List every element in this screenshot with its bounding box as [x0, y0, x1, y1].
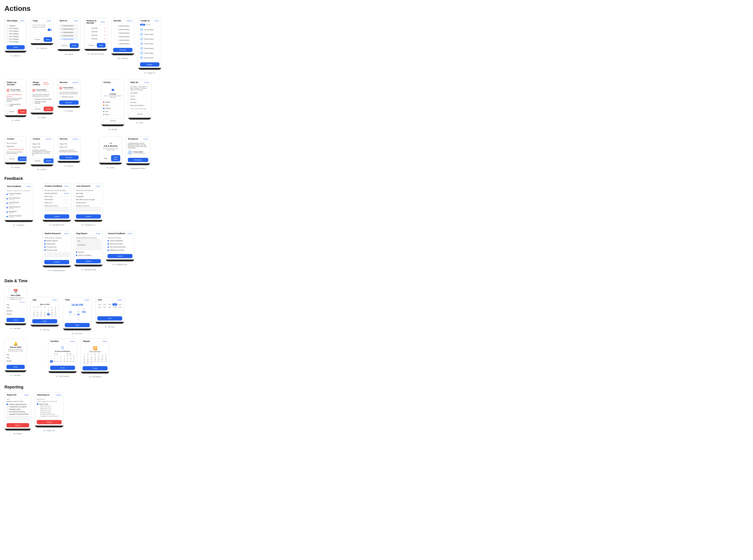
rep-date[interactable]: 27 — [101, 360, 104, 362]
min-val-selected[interactable]: 00 — [77, 313, 80, 316]
pf-comment-input[interactable] — [44, 207, 69, 212]
priority-cancel-button[interactable]: Cancel — [103, 118, 122, 123]
cal-date[interactable]: 13 — [39, 312, 43, 313]
mute-option[interactable]: 1 Hour — [130, 95, 150, 98]
rep-date[interactable]: 8 — [83, 357, 86, 359]
move-item-selected[interactable]: ≡CollectionName — [59, 38, 79, 41]
mute-option[interactable]: 15 minutes — [130, 92, 150, 95]
feedback-option[interactable]: User Researchfeedback — [6, 201, 32, 205]
clear-all-link[interactable]: Clear All — [6, 301, 25, 303]
min-val[interactable]: 58 — [77, 308, 79, 310]
cal-date[interactable]: 10 — [54, 310, 57, 312]
mute-option[interactable]: 24 Hours — [130, 101, 150, 104]
min-val[interactable]: 02 — [77, 319, 79, 321]
rep-date[interactable]: 19 — [97, 359, 100, 360]
cal-date[interactable] — [32, 308, 36, 310]
cal-date[interactable]: 24 — [54, 313, 57, 315]
cal-date[interactable]: 3 — [54, 308, 57, 310]
rep-date[interactable]: 24 — [90, 360, 93, 362]
gf-close[interactable]: Close — [127, 233, 132, 235]
checkbox[interactable] — [6, 25, 8, 26]
dur-min-val[interactable]: 40 — [72, 358, 75, 360]
alert-field-day[interactable]: Day› — [6, 353, 25, 356]
dur-min-val[interactable]: 15 — [69, 355, 72, 357]
cal-date[interactable]: 19 — [36, 313, 39, 315]
copy-toggle[interactable] — [48, 29, 52, 31]
checkbox[interactable] — [59, 96, 61, 98]
dur-min-val[interactable]: 10 — [66, 355, 69, 357]
report-close[interactable]: Close — [24, 394, 29, 396]
date-field-time[interactable]: Time› — [6, 306, 25, 309]
feedback-option[interactable]: Product Feedbackfeedback — [6, 192, 32, 197]
rep-date[interactable]: 16 — [86, 359, 90, 360]
year-val[interactable]: 2029 — [113, 306, 117, 308]
priority-none-item[interactable]: None — [103, 113, 122, 116]
move-item[interactable]: ≡CollectionName — [59, 24, 79, 27]
report-on-cancel[interactable]: Cancel — [56, 394, 61, 396]
rep-date[interactable]: 22 — [83, 360, 86, 362]
rep-date[interactable]: 25 — [93, 360, 97, 362]
mr-close[interactable]: Close — [64, 233, 69, 235]
feedback-option[interactable]: Market Researchfeedback — [6, 205, 32, 210]
rep-date[interactable]: 23 — [86, 360, 90, 362]
priority-high-item[interactable]: Highest — [103, 101, 122, 104]
rep-date[interactable]: 13 — [101, 357, 104, 359]
cal-date[interactable] — [43, 308, 46, 310]
rep-date[interactable]: 1 — [83, 355, 86, 357]
rep-date[interactable]: 15 — [83, 359, 86, 360]
dur-val[interactable]: 4 — [59, 355, 62, 357]
rep-date[interactable]: 28 — [104, 360, 107, 362]
rep-date[interactable]: 29 — [83, 362, 86, 364]
year-val-selected[interactable]: 2024 — [113, 303, 117, 306]
cal-date[interactable]: 21 — [43, 313, 46, 315]
cal-date[interactable]: 12 — [36, 312, 39, 313]
rep-date[interactable]: 2 — [86, 355, 90, 357]
hour-val[interactable]: 9 — [70, 308, 71, 310]
move-to-close[interactable]: Close — [74, 20, 78, 22]
recover-button[interactable]: Recover — [59, 100, 79, 105]
cal-date[interactable] — [39, 308, 43, 310]
get-alert-done-button[interactable]: Done — [6, 365, 25, 369]
set-time-done-button[interactable]: None — [65, 323, 90, 327]
cal-date[interactable]: 28 — [43, 315, 46, 317]
cal-date[interactable]: 7 — [43, 310, 46, 312]
report-option[interactable]: Ready to go/things going — [6, 403, 29, 405]
set-day-done-button[interactable]: Done — [32, 319, 57, 323]
dur-val[interactable]: 1 — [50, 355, 53, 357]
set-year-pick-button[interactable]: Pick — [97, 316, 122, 321]
feedback-option[interactable]: Bug Reportfeedback — [6, 210, 32, 214]
dur-min-val[interactable]: 20 — [72, 355, 75, 357]
year-val[interactable]: 2025 — [118, 303, 122, 306]
give-feedback-close[interactable]: Close — [26, 185, 31, 187]
rr-cancel-button[interactable]: Cancel — [86, 43, 96, 48]
cal-date[interactable]: 15 — [47, 312, 50, 313]
copy-save-button[interactable]: Save — [44, 37, 52, 42]
reorder-button[interactable]: Reorder — [113, 48, 133, 52]
br-desc-input[interactable]: Description — [76, 243, 101, 250]
cal-date[interactable]: 11 — [32, 312, 36, 313]
remove-reorder-close[interactable]: Close — [101, 21, 105, 23]
gf-submit-button[interactable]: Submit — [107, 254, 133, 258]
year-val[interactable]: 2028 — [107, 306, 112, 308]
archive2-cancel[interactable]: Cancel — [46, 138, 51, 140]
feedback-option[interactable]: User Experiencefeedback — [6, 197, 32, 201]
br-title-input[interactable]: Title — [76, 239, 101, 243]
dur-val[interactable]: 5 — [50, 358, 53, 360]
assign-tab-group[interactable]: Group — [146, 24, 150, 26]
cal-date[interactable]: 20 — [39, 313, 43, 315]
set-rep-done-button[interactable]: Done — [83, 366, 107, 371]
set-year-close[interactable]: Close — [117, 299, 122, 301]
mute-option[interactable]: 8 Hours — [130, 98, 150, 101]
move-item[interactable]: ≡CollectionName — [59, 34, 79, 37]
rep-date[interactable]: 18 — [93, 359, 97, 360]
report-button[interactable]: Report — [6, 423, 29, 427]
mute-option[interactable]: Until I turn it back on — [130, 104, 150, 107]
pf-close[interactable]: Close — [64, 185, 69, 187]
copy-close[interactable]: Close — [47, 20, 51, 22]
checkbox[interactable] — [6, 30, 8, 32]
cal-date[interactable]: 27 — [39, 315, 43, 317]
dur-min-val[interactable]: 35 — [69, 358, 72, 360]
cal-date[interactable]: 4 — [32, 310, 36, 312]
alert-field-time[interactable]: Time› — [6, 356, 25, 359]
ur-submit-button[interactable]: Submit — [76, 214, 101, 219]
